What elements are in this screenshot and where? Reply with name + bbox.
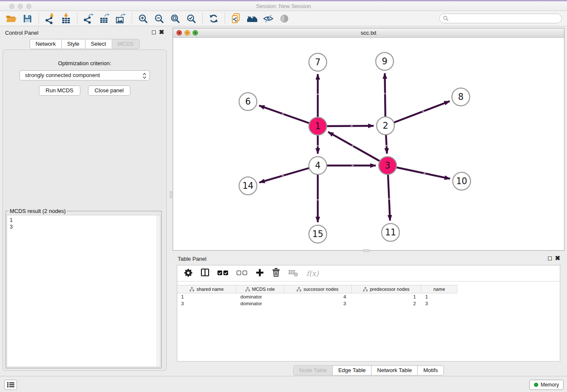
save-session-button[interactable]	[19, 12, 36, 25]
deselect-all-rows-button[interactable]	[237, 270, 248, 277]
search-input[interactable]	[449, 14, 561, 22]
toggle-column-panel-button[interactable]	[201, 268, 209, 279]
export-image-button[interactable]	[113, 12, 129, 25]
node-3[interactable]: 3	[379, 157, 396, 174]
close-panel-icon[interactable]: ✖	[555, 254, 560, 262]
node-6[interactable]: 6	[239, 93, 257, 110]
delete-column-button[interactable]	[272, 268, 280, 279]
horizontal-splitter-handle[interactable]	[363, 249, 370, 252]
table-row[interactable]: 1dominator411	[177, 293, 560, 300]
tab-network[interactable]: Network	[30, 39, 62, 49]
table-settings-button[interactable]	[184, 268, 193, 279]
node-2[interactable]: 2	[377, 117, 394, 135]
delete-table-button[interactable]	[288, 268, 298, 279]
attribute-tree-icon	[363, 287, 368, 292]
tab-node-table[interactable]: Node Table	[293, 365, 333, 375]
search-box[interactable]	[439, 14, 562, 23]
table-row[interactable]: 3dominator323	[177, 300, 560, 307]
network-graph[interactable]: 7968124314101511	[173, 38, 564, 250]
task-history-button[interactable]	[4, 380, 17, 390]
attribute-tree-icon	[297, 287, 301, 292]
node-14[interactable]: 14	[239, 177, 257, 195]
select-all-rows-button[interactable]	[217, 270, 228, 277]
hide-panel-button[interactable]	[260, 12, 276, 25]
column-header-shared-name[interactable]: shared name	[177, 285, 237, 293]
node-11[interactable]: 11	[382, 224, 399, 241]
node-4[interactable]: 4	[309, 157, 327, 174]
zoom-in-button[interactable]	[135, 12, 151, 25]
table-header-row: shared nameMCDS rolesuccessor nodesprede…	[177, 285, 457, 293]
export-network-icon	[83, 13, 94, 24]
node-10[interactable]: 10	[453, 172, 471, 190]
eye-button[interactable]	[276, 12, 292, 25]
edge-2-8[interactable]	[385, 101, 450, 126]
import-table-button[interactable]	[58, 12, 74, 25]
node-1[interactable]: 1	[309, 117, 327, 135]
zoom-fit-icon	[170, 14, 180, 24]
run-mcds-button[interactable]: Run MCDS	[39, 86, 80, 96]
column-header-MCDS-role[interactable]: MCDS role	[237, 285, 284, 293]
cell-successor-nodes: 4	[284, 294, 352, 299]
node-table-container: f(x) shared nameMCDS rolesuccessor nodes…	[177, 265, 560, 362]
network-canvas[interactable]: 7968124314101511	[173, 38, 564, 250]
float-panel-icon[interactable]	[548, 257, 552, 260]
cell-shared-name: 3	[177, 301, 237, 306]
mcds-result-scrollbar[interactable]	[157, 215, 160, 367]
close-panel-button[interactable]: Close panel	[88, 86, 131, 96]
svg-text:3: 3	[385, 160, 390, 171]
zoom-fit-button[interactable]	[167, 12, 183, 25]
tab-edge-table[interactable]: Edge Table	[332, 365, 372, 375]
top-accent-strip	[0, 0, 567, 1]
svg-text:11: 11	[385, 227, 396, 237]
column-header-predecessor-nodes[interactable]: predecessor nodes	[352, 285, 421, 293]
criterion-selected-value: strongly connected component	[25, 72, 100, 78]
import-network-button[interactable]	[42, 12, 58, 25]
vertical-splitter-handle[interactable]	[170, 191, 172, 198]
home-button[interactable]	[244, 12, 260, 25]
float-panel-icon[interactable]	[152, 30, 156, 34]
cell-predecessor-nodes: 1	[352, 294, 421, 299]
refresh-button[interactable]	[206, 12, 222, 25]
window-title: Session: New Session	[0, 3, 567, 9]
edge-3-1[interactable]	[328, 132, 388, 166]
memory-button[interactable]: Memory	[529, 380, 564, 390]
tab-select[interactable]: Select	[85, 39, 112, 49]
column-header-successor-nodes[interactable]: successor nodes	[284, 285, 352, 293]
node-7[interactable]: 7	[309, 53, 327, 71]
node-8[interactable]: 8	[452, 88, 470, 106]
column-label: predecessor nodes	[370, 287, 410, 292]
edge-handle	[282, 113, 284, 115]
eye-slash-icon	[263, 14, 274, 24]
tab-style[interactable]: Style	[61, 39, 85, 49]
mcds-result-area[interactable]: 1 3	[7, 215, 160, 367]
edge-handle	[352, 145, 354, 146]
tab-mcds[interactable]: MCDS	[112, 39, 140, 49]
column-header-name[interactable]: name	[421, 285, 457, 293]
export-table-icon	[99, 13, 110, 24]
export-table-button[interactable]	[96, 12, 113, 25]
add-column-button[interactable]	[256, 268, 264, 279]
edge-handle	[282, 175, 284, 177]
zoom-selected-button[interactable]	[183, 12, 199, 25]
open-session-button[interactable]	[3, 12, 19, 25]
criterion-select[interactable]: strongly connected component	[19, 70, 150, 80]
export-network-button[interactable]	[80, 12, 96, 25]
edge-handle	[317, 199, 319, 201]
tab-motifs[interactable]: Motifs	[417, 365, 444, 375]
zoom-out-button[interactable]	[151, 12, 167, 25]
memory-label: Memory	[541, 382, 559, 388]
network-window-titlebar[interactable]: × − + scc.txt	[173, 28, 564, 38]
function-builder-button[interactable]: f(x)	[306, 269, 319, 278]
cell-shared-name: 1	[177, 294, 237, 299]
node-15[interactable]: 15	[309, 225, 327, 243]
toolbar-separator	[225, 13, 225, 24]
tab-network-table[interactable]: Network Table	[371, 365, 418, 375]
column-label: MCDS role	[252, 287, 275, 292]
unchecked-boxes-icon	[237, 271, 248, 276]
close-panel-icon[interactable]: ✖	[159, 28, 164, 36]
node-9[interactable]: 9	[376, 52, 394, 70]
open-folder-icon	[6, 14, 17, 24]
refresh-icon	[209, 14, 219, 24]
duplicate-network-button[interactable]	[228, 12, 244, 25]
edge-3-10[interactable]	[388, 166, 450, 179]
